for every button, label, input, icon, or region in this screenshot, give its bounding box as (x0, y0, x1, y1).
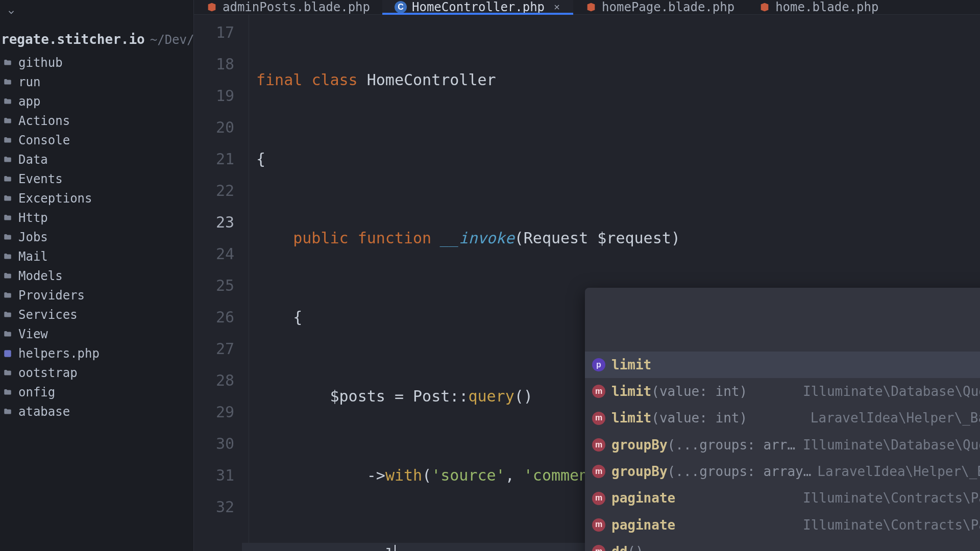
tree-item-models[interactable]: Models (0, 266, 193, 286)
tree-item-label: Http (18, 211, 48, 225)
tree-item-ootstrap[interactable]: ootstrap (0, 363, 193, 383)
autocomplete-params: (value: int) (651, 384, 747, 399)
autocomplete-origin: Illuminate\Contracts\Pagination\LengthAw… (803, 515, 980, 535)
tree-item-label: View (18, 327, 48, 341)
line-number: 30 (194, 432, 234, 464)
line-number: 28 (194, 369, 234, 400)
autocomplete-item[interactable]: mgroupBy(...groups: arr…Illuminate\Datab… (585, 432, 980, 458)
tree-item-label: atabase (18, 405, 70, 419)
tree-item-exceptions[interactable]: Exceptions (0, 189, 193, 208)
tab-label: HomeController.php (412, 0, 545, 14)
tree-item-label: Models (18, 269, 63, 283)
folder-icon (2, 368, 13, 378)
method-badge-icon: m (592, 518, 605, 532)
autocomplete-name: limit (611, 410, 651, 425)
tree-item-label: Services (18, 308, 78, 322)
autocomplete-params: (value: int) (651, 410, 747, 425)
tree-item-label: helpers.php (18, 346, 100, 361)
autocomplete-item[interactable]: plimitint (585, 352, 980, 378)
autocomplete-item[interactable]: mpaginateIlluminate\Contracts\Pagination… (585, 512, 980, 538)
blade-file-icon (206, 2, 217, 13)
tree-item-github[interactable]: github (0, 53, 193, 72)
tab-label: adminPosts.blade.php (223, 0, 370, 14)
tab-homecontroller-php[interactable]: CHomeController.php (382, 0, 573, 14)
php-file-icon (2, 349, 13, 358)
folder-icon (2, 291, 13, 300)
method-badge-icon: m (592, 545, 605, 551)
tree-item-helpers.php[interactable]: helpers.php (0, 344, 193, 363)
folder-icon (2, 330, 13, 339)
tree-item-label: Console (18, 133, 70, 147)
line-number: 19 (194, 84, 234, 116)
autocomplete-origin: Illuminate\Database\Query\Builder (803, 435, 980, 455)
tree-item-label: Events (18, 172, 63, 186)
autocomplete-popup[interactable]: plimitintmlimit(value: int)Illuminate\Da… (585, 288, 980, 551)
autocomplete-item[interactable]: mlimit(value: int)LaravelIdea\Helper\_Ba… (585, 405, 980, 431)
close-icon[interactable] (553, 3, 561, 11)
folder-icon (2, 252, 13, 261)
tree-item-http[interactable]: Http (0, 208, 193, 228)
code-area[interactable]: final class HomeController { public func… (249, 15, 980, 551)
method-badge-icon: m (592, 492, 605, 505)
editor-pane[interactable]: 17181920212223242526272829303132 final c… (194, 15, 980, 551)
tree-item-view[interactable]: View (0, 324, 193, 344)
line-number: 20 (194, 116, 234, 147)
tree-item-mail[interactable]: Mail (0, 247, 193, 266)
project-row[interactable]: regate.stitcher.io ~/Dev/aggreg (0, 27, 193, 53)
line-number: 23 (194, 211, 234, 242)
tree-item-label: Actions (18, 114, 70, 128)
tree-item-label: Providers (18, 288, 85, 303)
blade-file-icon (585, 2, 597, 13)
tree-item-run[interactable]: run (0, 72, 193, 92)
autocomplete-params: () (627, 544, 643, 551)
tree-item-label: Exceptions (18, 191, 92, 206)
autocomplete-params: (...groups: arr… (668, 437, 795, 453)
line-number: 17 (194, 21, 234, 53)
line-number: 31 (194, 464, 234, 495)
line-19: public function __invoke(Request $reques… (249, 227, 980, 258)
tree-item-events[interactable]: Events (0, 169, 193, 189)
autocomplete-item[interactable]: mlimit(value: int)Illuminate\Database\Qu… (585, 378, 980, 405)
tree-item-actions[interactable]: Actions (0, 111, 193, 131)
folder-icon (2, 388, 13, 397)
folder-icon (2, 310, 13, 319)
autocomplete-origin: LaravelIdea\Helper\_BaseBuilder (817, 461, 980, 482)
tree-item-jobs[interactable]: Jobs (0, 228, 193, 247)
tree-item-console[interactable]: Console (0, 131, 193, 150)
autocomplete-item[interactable]: mdd()never (585, 538, 980, 551)
autocomplete-origin: Illuminate\Database\Query\Builder (803, 381, 980, 402)
tab-label: home.blade.php (775, 0, 878, 14)
folder-icon (2, 58, 13, 67)
main-panel: adminPosts.blade.phpCHomeController.phph… (194, 0, 980, 551)
tree-item-atabase[interactable]: atabase (0, 402, 193, 421)
method-badge-icon: m (592, 385, 605, 398)
tab-homepage-blade-php[interactable]: homePage.blade.php (573, 0, 747, 14)
autocomplete-origin: LaravelIdea\Helper\_BaseBuilder (811, 408, 980, 428)
line-number: 22 (194, 179, 234, 211)
tree-item-onfig[interactable]: onfig (0, 383, 193, 402)
tree-item-services[interactable]: Services (0, 305, 193, 324)
tree-item-data[interactable]: Data (0, 150, 193, 169)
method-badge-icon: m (592, 412, 605, 425)
tree-item-app[interactable]: app (0, 92, 193, 111)
svg-rect-0 (4, 350, 11, 357)
line-number: 32 (194, 495, 234, 527)
method-badge-icon: m (592, 465, 605, 478)
line-number: 27 (194, 337, 234, 369)
folder-icon (2, 271, 13, 281)
tree-item-providers[interactable]: Providers (0, 286, 193, 305)
collapse-toggle[interactable] (4, 5, 18, 19)
folder-icon (2, 194, 13, 203)
line-number: 18 (194, 53, 234, 84)
autocomplete-name: groupBy (611, 437, 668, 453)
autocomplete-item[interactable]: mgroupBy(...groups: array…LaravelIdea\He… (585, 458, 980, 485)
chevron-down-icon (7, 8, 16, 17)
tree-item-label: github (18, 56, 63, 70)
tab-adminposts-blade-php[interactable]: adminPosts.blade.php (194, 0, 382, 14)
autocomplete-item[interactable]: mpaginateIlluminate\Contracts\Pagination… (585, 485, 980, 511)
folder-icon (2, 233, 13, 242)
tab-home-blade-php[interactable]: home.blade.php (747, 0, 891, 14)
folder-icon (2, 407, 13, 416)
autocomplete-params: (...groups: array… (668, 464, 812, 479)
tree-item-label: Data (18, 153, 48, 167)
